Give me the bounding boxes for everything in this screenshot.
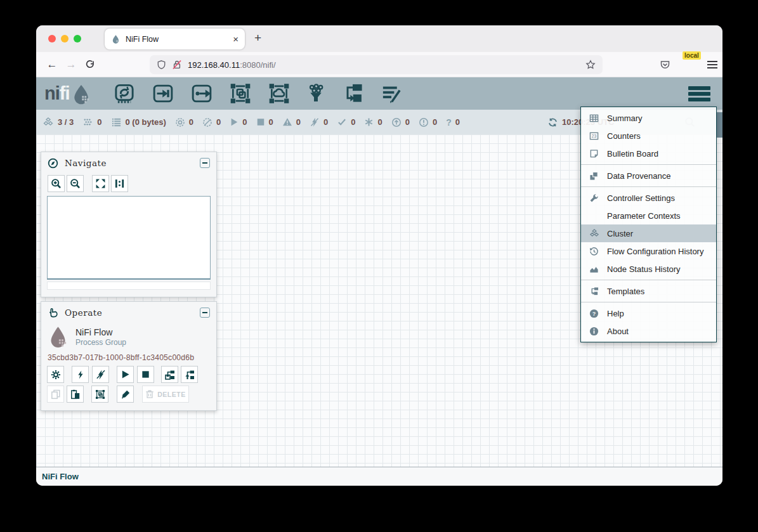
- status-locally-modified-and-stale: 0: [419, 117, 437, 127]
- bookmark-star-icon[interactable]: [585, 60, 596, 70]
- disable-button[interactable]: [92, 366, 109, 383]
- profile-avatar[interactable]: local: [681, 57, 696, 72]
- menu-divider: [581, 164, 716, 165]
- hand-icon: [48, 308, 58, 318]
- start-button[interactable]: [117, 366, 134, 383]
- configuration-button[interactable]: [47, 366, 64, 383]
- navigate-buttons: [41, 174, 216, 192]
- url-text[interactable]: 192.168.40.11:8080/nifi/: [188, 60, 276, 70]
- status-queued: 0 (0 bytes): [111, 117, 166, 127]
- operate-panel: Operate NiFi Flow Process Group 35cbd3b7…: [41, 301, 217, 411]
- paste-button[interactable]: [67, 386, 84, 403]
- status-bar-right-strip: [717, 112, 722, 138]
- templates-icon: [589, 287, 599, 296]
- not-transmitting-icon: [202, 117, 212, 127]
- data-provenance-icon: [589, 171, 599, 181]
- processor-component-icon[interactable]: [113, 82, 136, 105]
- reload-button[interactable]: [81, 60, 100, 70]
- operate-component-name: NiFi Flow: [75, 327, 126, 337]
- menu-item-help[interactable]: ? Help: [581, 304, 716, 322]
- menu-item-templates[interactable]: Templates: [581, 282, 716, 300]
- operate-buttons-row-2: DELETE: [41, 383, 216, 403]
- global-menu-button[interactable]: [688, 84, 710, 103]
- navigate-collapse-button[interactable]: [200, 158, 210, 168]
- insecure-lock-icon[interactable]: [172, 60, 182, 70]
- url-bar[interactable]: 192.168.40.11:8080/nifi/: [150, 55, 603, 74]
- back-button[interactable]: ←: [42, 58, 62, 71]
- delete-button[interactable]: DELETE: [142, 386, 189, 403]
- enable-button[interactable]: [72, 366, 89, 383]
- running-play-icon: [230, 117, 239, 127]
- funnel-component-icon[interactable]: [306, 82, 325, 105]
- navigate-header: Navigate: [41, 152, 216, 174]
- navbar-right-controls: local: [660, 57, 717, 72]
- output-port-component-icon[interactable]: [190, 82, 213, 105]
- status-active-threads: 0: [82, 117, 101, 127]
- summary-icon: [589, 114, 599, 123]
- process-group-component-icon[interactable]: [229, 82, 252, 105]
- menu-item-counters[interactable]: 23 Counters: [581, 127, 716, 145]
- menu-divider: [581, 186, 716, 187]
- menu-item-controller-settings[interactable]: Controller Settings: [581, 189, 716, 207]
- input-port-component-icon[interactable]: [152, 82, 174, 105]
- fill-color-button[interactable]: [117, 386, 134, 403]
- breadcrumb[interactable]: NiFi Flow: [42, 472, 79, 481]
- stop-button[interactable]: [137, 366, 154, 383]
- pocket-icon[interactable]: [660, 60, 670, 70]
- menu-divider: [581, 302, 716, 302]
- component-palette: [113, 82, 403, 105]
- zoom-window-button[interactable]: [74, 35, 81, 42]
- menu-item-flow-configuration-history[interactable]: Flow Configuration History: [581, 242, 716, 260]
- new-tab-button[interactable]: +: [254, 32, 261, 44]
- controller-settings-icon: [589, 193, 599, 203]
- transmitting-icon: [175, 117, 185, 127]
- menu-item-parameter-contexts[interactable]: Parameter Contexts: [581, 207, 716, 224]
- invalid-warning-icon: [282, 117, 292, 127]
- operate-collapse-button[interactable]: [200, 308, 210, 318]
- browser-window: NiFi Flow × + ← → 192.168.40.11:8080/nif…: [36, 25, 722, 486]
- group-button[interactable]: [91, 386, 108, 403]
- tab-close-icon[interactable]: ×: [233, 34, 239, 44]
- minimize-window-button[interactable]: [61, 35, 69, 42]
- status-disabled: 0: [310, 117, 328, 127]
- status-cluster: 3 / 3: [42, 117, 74, 127]
- menu-item-data-provenance[interactable]: Data Provenance: [581, 167, 716, 185]
- label-component-icon[interactable]: [380, 82, 403, 105]
- zoom-actual-size-button[interactable]: [111, 175, 128, 192]
- browser-tab[interactable]: NiFi Flow ×: [105, 29, 245, 49]
- browser-navbar: ← → 192.168.40.11:8080/nifi/ local: [36, 52, 722, 77]
- menu-item-about[interactable]: About: [581, 322, 716, 340]
- help-icon: ?: [589, 309, 599, 318]
- tab-title: NiFi Flow: [126, 35, 228, 44]
- refresh-icon[interactable]: [547, 117, 558, 127]
- arrow-up-circle-icon: [391, 117, 402, 127]
- menu-item-node-status-history[interactable]: Node Status History: [581, 260, 716, 278]
- menu-item-cluster[interactable]: Cluster: [581, 224, 716, 242]
- menu-item-bulletin-board[interactable]: Bulletin Board: [581, 145, 716, 162]
- breadcrumb-bar: NiFi Flow: [36, 467, 722, 486]
- create-template-button[interactable]: [161, 366, 178, 383]
- status-transmitting: 0: [175, 117, 193, 127]
- operate-title: Operate: [65, 308, 102, 318]
- status-stale: 0: [391, 117, 410, 127]
- global-menu: Summary 23 Counters Bulletin Board Data …: [580, 107, 717, 342]
- zoom-fit-button[interactable]: [92, 175, 109, 192]
- zoom-in-button[interactable]: [48, 175, 65, 192]
- zoom-out-button[interactable]: [67, 175, 84, 192]
- upload-template-button[interactable]: [181, 366, 198, 383]
- birdseye-minimap[interactable]: [47, 196, 211, 280]
- status-running: 0: [230, 117, 247, 127]
- close-window-button[interactable]: [48, 35, 56, 42]
- node-status-history-icon: [589, 264, 599, 274]
- operate-component-id: 35cbd3b7-017b-1000-8bff-1c3405c00d6b: [41, 348, 216, 363]
- copy-button[interactable]: [47, 386, 64, 403]
- shield-icon[interactable]: [157, 60, 166, 70]
- titlebar: NiFi Flow × +: [36, 25, 722, 52]
- menu-item-summary[interactable]: Summary: [581, 109, 716, 127]
- operate-component-type: Process Group: [75, 338, 126, 347]
- remote-process-group-component-icon[interactable]: [268, 82, 291, 105]
- firefox-menu-icon[interactable]: [707, 59, 717, 70]
- forward-button[interactable]: →: [62, 58, 81, 71]
- template-component-icon[interactable]: [341, 82, 364, 105]
- menu-divider: [581, 280, 716, 280]
